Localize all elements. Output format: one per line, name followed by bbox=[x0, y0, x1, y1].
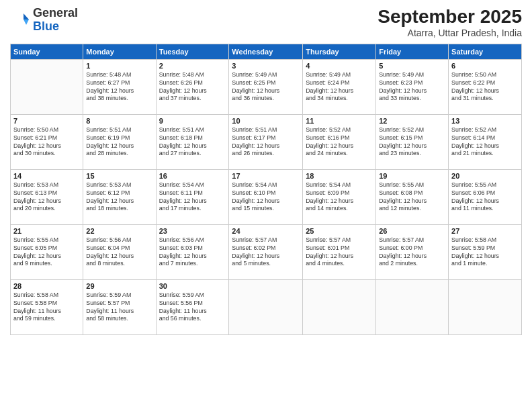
day-number: 14 bbox=[13, 172, 80, 180]
table-row bbox=[376, 279, 449, 334]
day-number: 13 bbox=[451, 117, 519, 125]
page: General Blue September 2025 Atarra, Utta… bbox=[0, 0, 532, 411]
day-info: Sunrise: 5:50 AM Sunset: 6:21 PM Dayligh… bbox=[13, 126, 80, 158]
logo-text: General Blue bbox=[33, 7, 78, 34]
day-number: 24 bbox=[232, 227, 300, 235]
table-row: 26Sunrise: 5:57 AM Sunset: 6:00 PM Dayli… bbox=[376, 224, 449, 279]
day-number: 18 bbox=[306, 172, 373, 180]
table-row: 14Sunrise: 5:53 AM Sunset: 6:13 PM Dayli… bbox=[11, 169, 83, 224]
day-info: Sunrise: 5:51 AM Sunset: 6:19 PM Dayligh… bbox=[86, 126, 152, 158]
svg-marker-0 bbox=[24, 13, 29, 19]
table-row: 8Sunrise: 5:51 AM Sunset: 6:19 PM Daylig… bbox=[83, 114, 156, 169]
logo-blue: Blue bbox=[33, 19, 59, 33]
col-thursday: Thursday bbox=[303, 44, 376, 59]
table-row: 19Sunrise: 5:55 AM Sunset: 6:08 PM Dayli… bbox=[376, 169, 449, 224]
day-info: Sunrise: 5:58 AM Sunset: 5:59 PM Dayligh… bbox=[451, 236, 519, 269]
calendar-table: Sunday Monday Tuesday Wednesday Thursday… bbox=[10, 44, 522, 335]
day-info: Sunrise: 5:55 AM Sunset: 6:05 PM Dayligh… bbox=[13, 236, 80, 269]
day-number: 6 bbox=[451, 62, 519, 70]
table-row: 5Sunrise: 5:49 AM Sunset: 6:23 PM Daylig… bbox=[376, 59, 449, 114]
day-info: Sunrise: 5:48 AM Sunset: 6:26 PM Dayligh… bbox=[159, 71, 226, 103]
day-info: Sunrise: 5:57 AM Sunset: 6:01 PM Dayligh… bbox=[306, 236, 373, 269]
day-number: 19 bbox=[379, 172, 445, 180]
day-number: 26 bbox=[379, 227, 445, 235]
day-info: Sunrise: 5:53 AM Sunset: 6:12 PM Dayligh… bbox=[86, 181, 152, 214]
table-row: 12Sunrise: 5:52 AM Sunset: 6:15 PM Dayli… bbox=[376, 114, 449, 169]
day-info: Sunrise: 5:49 AM Sunset: 6:25 PM Dayligh… bbox=[232, 71, 300, 103]
day-info: Sunrise: 5:58 AM Sunset: 5:58 PM Dayligh… bbox=[13, 291, 80, 324]
day-info: Sunrise: 5:52 AM Sunset: 6:16 PM Dayligh… bbox=[306, 126, 373, 158]
table-row: 27Sunrise: 5:58 AM Sunset: 5:59 PM Dayli… bbox=[449, 224, 522, 279]
table-row: 25Sunrise: 5:57 AM Sunset: 6:01 PM Dayli… bbox=[303, 224, 376, 279]
day-info: Sunrise: 5:59 AM Sunset: 5:56 PM Dayligh… bbox=[159, 291, 226, 324]
day-info: Sunrise: 5:51 AM Sunset: 6:18 PM Dayligh… bbox=[159, 126, 226, 158]
table-row: 11Sunrise: 5:52 AM Sunset: 6:16 PM Dayli… bbox=[303, 114, 376, 169]
day-number: 16 bbox=[159, 172, 226, 180]
table-row: 30Sunrise: 5:59 AM Sunset: 5:56 PM Dayli… bbox=[156, 279, 229, 334]
day-number: 3 bbox=[232, 62, 300, 70]
calendar-title: September 2025 bbox=[378, 7, 522, 28]
day-info: Sunrise: 5:49 AM Sunset: 6:24 PM Dayligh… bbox=[306, 71, 373, 103]
day-info: Sunrise: 5:56 AM Sunset: 6:03 PM Dayligh… bbox=[159, 236, 226, 269]
day-number: 12 bbox=[379, 117, 445, 125]
day-number: 8 bbox=[86, 117, 152, 125]
table-row: 7Sunrise: 5:50 AM Sunset: 6:21 PM Daylig… bbox=[11, 114, 83, 169]
day-info: Sunrise: 5:53 AM Sunset: 6:13 PM Dayligh… bbox=[13, 181, 80, 214]
table-row: 9Sunrise: 5:51 AM Sunset: 6:18 PM Daylig… bbox=[156, 114, 229, 169]
day-info: Sunrise: 5:52 AM Sunset: 6:14 PM Dayligh… bbox=[451, 126, 519, 158]
day-info: Sunrise: 5:50 AM Sunset: 6:22 PM Dayligh… bbox=[451, 71, 519, 103]
header-row: Sunday Monday Tuesday Wednesday Thursday… bbox=[11, 44, 522, 59]
day-info: Sunrise: 5:55 AM Sunset: 6:08 PM Dayligh… bbox=[379, 181, 445, 214]
col-friday: Friday bbox=[376, 44, 449, 59]
day-number: 27 bbox=[451, 227, 519, 235]
day-info: Sunrise: 5:54 AM Sunset: 6:11 PM Dayligh… bbox=[159, 181, 226, 214]
day-number: 25 bbox=[306, 227, 373, 235]
day-number: 4 bbox=[306, 62, 373, 70]
table-row: 4Sunrise: 5:49 AM Sunset: 6:24 PM Daylig… bbox=[303, 59, 376, 114]
day-info: Sunrise: 5:48 AM Sunset: 6:27 PM Dayligh… bbox=[86, 71, 152, 103]
day-number: 22 bbox=[86, 227, 152, 235]
day-info: Sunrise: 5:57 AM Sunset: 6:00 PM Dayligh… bbox=[379, 236, 445, 269]
table-row: 3Sunrise: 5:49 AM Sunset: 6:25 PM Daylig… bbox=[229, 59, 303, 114]
table-row bbox=[11, 59, 83, 114]
title-block: September 2025 Atarra, Uttar Pradesh, In… bbox=[378, 7, 522, 38]
table-row: 10Sunrise: 5:51 AM Sunset: 6:17 PM Dayli… bbox=[229, 114, 303, 169]
day-number: 28 bbox=[13, 282, 80, 290]
table-row: 20Sunrise: 5:55 AM Sunset: 6:06 PM Dayli… bbox=[449, 169, 522, 224]
day-info: Sunrise: 5:54 AM Sunset: 6:10 PM Dayligh… bbox=[232, 181, 300, 214]
day-number: 7 bbox=[13, 117, 80, 125]
table-row: 24Sunrise: 5:57 AM Sunset: 6:02 PM Dayli… bbox=[229, 224, 303, 279]
day-info: Sunrise: 5:57 AM Sunset: 6:02 PM Dayligh… bbox=[232, 236, 300, 269]
day-info: Sunrise: 5:59 AM Sunset: 5:57 PM Dayligh… bbox=[86, 291, 152, 324]
day-number: 20 bbox=[451, 172, 519, 180]
calendar-header: Sunday Monday Tuesday Wednesday Thursday… bbox=[11, 44, 522, 59]
day-number: 30 bbox=[159, 282, 226, 290]
day-number: 9 bbox=[159, 117, 226, 125]
table-row: 23Sunrise: 5:56 AM Sunset: 6:03 PM Dayli… bbox=[156, 224, 229, 279]
table-row: 22Sunrise: 5:56 AM Sunset: 6:04 PM Dayli… bbox=[83, 224, 156, 279]
svg-marker-1 bbox=[24, 19, 29, 25]
col-monday: Monday bbox=[83, 44, 156, 59]
header: General Blue September 2025 Atarra, Utta… bbox=[10, 7, 522, 38]
calendar-body: 1Sunrise: 5:48 AM Sunset: 6:27 PM Daylig… bbox=[11, 59, 522, 334]
day-number: 5 bbox=[379, 62, 445, 70]
day-info: Sunrise: 5:55 AM Sunset: 6:06 PM Dayligh… bbox=[451, 181, 519, 214]
table-row: 6Sunrise: 5:50 AM Sunset: 6:22 PM Daylig… bbox=[449, 59, 522, 114]
table-row: 15Sunrise: 5:53 AM Sunset: 6:12 PM Dayli… bbox=[83, 169, 156, 224]
table-row: 16Sunrise: 5:54 AM Sunset: 6:11 PM Dayli… bbox=[156, 169, 229, 224]
day-number: 15 bbox=[86, 172, 152, 180]
day-number: 10 bbox=[232, 117, 300, 125]
table-row: 17Sunrise: 5:54 AM Sunset: 6:10 PM Dayli… bbox=[229, 169, 303, 224]
col-sunday: Sunday bbox=[11, 44, 83, 59]
day-info: Sunrise: 5:52 AM Sunset: 6:15 PM Dayligh… bbox=[379, 126, 445, 158]
table-row: 1Sunrise: 5:48 AM Sunset: 6:27 PM Daylig… bbox=[83, 59, 156, 114]
col-tuesday: Tuesday bbox=[156, 44, 229, 59]
table-row: 2Sunrise: 5:48 AM Sunset: 6:26 PM Daylig… bbox=[156, 59, 229, 114]
day-info: Sunrise: 5:54 AM Sunset: 6:09 PM Dayligh… bbox=[306, 181, 373, 214]
day-info: Sunrise: 5:49 AM Sunset: 6:23 PM Dayligh… bbox=[379, 71, 445, 103]
table-row: 28Sunrise: 5:58 AM Sunset: 5:58 PM Dayli… bbox=[11, 279, 83, 334]
day-number: 17 bbox=[232, 172, 300, 180]
day-number: 1 bbox=[86, 62, 152, 70]
logo-general: General bbox=[33, 6, 78, 19]
col-saturday: Saturday bbox=[449, 44, 522, 59]
